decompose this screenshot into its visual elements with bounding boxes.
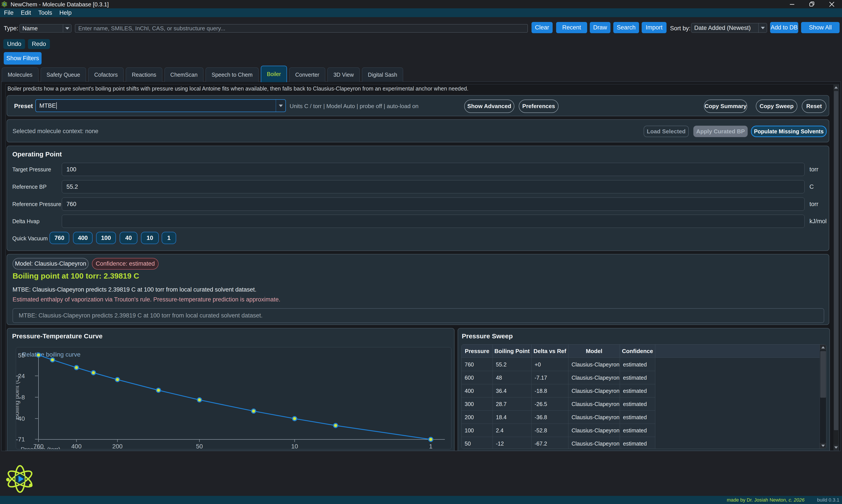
preferences-button[interactable]: Preferences <box>519 100 559 113</box>
quick-vacuum-760-button[interactable]: 760 <box>50 232 69 244</box>
tab-speech-to-chem[interactable]: Speech to Chem <box>206 68 258 82</box>
result-summary-box[interactable]: MTBE: Clausius-Clapeyron predicts 2.3981… <box>13 308 824 323</box>
recent-button[interactable]: Recent <box>556 22 587 33</box>
cell-delta-vs-ref[interactable]: -7.17 <box>532 371 568 384</box>
cell-delta-vs-ref[interactable]: -18.8 <box>532 384 568 397</box>
quick-vacuum-400-button[interactable]: 400 <box>73 232 92 244</box>
maximize-button[interactable] <box>805 0 819 8</box>
redo-button[interactable]: Redo <box>28 39 50 49</box>
quick-vacuum-1-button[interactable]: 1 <box>161 232 176 244</box>
cell-confidence[interactable]: estimated <box>620 371 655 384</box>
column-header-delta-vs-ref[interactable]: Delta vs Ref <box>532 344 568 358</box>
content-scroll-thumb[interactable] <box>834 91 838 430</box>
menu-item-tools[interactable]: Tools <box>38 8 52 17</box>
show-filters-button[interactable]: Show Filters <box>4 52 41 65</box>
add-to-db-button[interactable]: Add to DB <box>770 22 798 33</box>
tab-chemscan[interactable]: ChemScan <box>165 68 204 82</box>
cell-model[interactable]: Clausius-Clapeyron <box>568 358 620 371</box>
cell-boiling-point[interactable]: 28.7 <box>493 397 532 411</box>
column-header-pressure[interactable]: Pressure <box>462 344 493 358</box>
cell-boiling-point[interactable]: 55.2 <box>493 358 532 371</box>
cell-pressure[interactable]: 760 <box>462 358 493 371</box>
apply-curated-bp-button[interactable]: Apply Curated BP <box>693 126 748 137</box>
search-input[interactable] <box>75 24 528 33</box>
minimize-button[interactable] <box>786 0 799 8</box>
field-input-reference-bp[interactable] <box>62 180 805 193</box>
cell-confidence[interactable]: estimated <box>620 397 655 411</box>
menu-item-help[interactable]: Help <box>59 8 72 17</box>
copy-sweep-button[interactable]: Copy Sweep <box>756 100 797 113</box>
cell-pressure[interactable]: 100 <box>462 424 493 437</box>
table-scroll-up-icon[interactable] <box>820 344 826 350</box>
preset-combo[interactable]: MTBE <box>35 99 286 112</box>
sort-select[interactable]: Date Added (Newest) <box>691 23 767 33</box>
column-header-confidence[interactable]: Confidence <box>620 344 655 358</box>
cell-model[interactable]: Clausius-Clapeyron <box>568 384 620 397</box>
show-all-button[interactable]: Show All <box>801 22 840 33</box>
import-button[interactable]: Import <box>642 22 667 33</box>
tab-molecules[interactable]: Molecules <box>2 68 38 82</box>
clear-button[interactable]: Clear <box>532 22 553 33</box>
cell-model[interactable]: Clausius-Clapeyron <box>568 411 620 424</box>
cell-pressure[interactable]: 300 <box>462 397 493 411</box>
quick-vacuum-10-button[interactable]: 10 <box>141 232 159 244</box>
table-scroll-thumb[interactable] <box>820 351 826 398</box>
menu-item-file[interactable]: File <box>4 8 14 17</box>
tab-boiler[interactable]: Boiler <box>261 66 287 82</box>
type-select[interactable]: Name <box>19 24 71 33</box>
cell-boiling-point[interactable]: -12 <box>493 437 532 449</box>
cell-pressure[interactable]: 200 <box>462 411 493 424</box>
tab-3d-view[interactable]: 3D View <box>327 68 360 82</box>
tab-digital-sash[interactable]: Digital Sash <box>362 68 403 82</box>
cell-delta-vs-ref[interactable]: +0 <box>532 358 568 371</box>
field-input-delta-hvap[interactable] <box>62 215 805 228</box>
pressure-sweep-table: PressureBoiling PointDelta vs RefModelCo… <box>461 344 826 449</box>
show-advanced-button[interactable]: Show Advanced <box>464 100 514 113</box>
undo-button[interactable]: Undo <box>3 39 25 49</box>
quick-vacuum-100-button[interactable]: 100 <box>96 232 116 244</box>
cell-confidence[interactable]: estimated <box>620 437 655 449</box>
content-scrollbar[interactable] <box>834 85 839 450</box>
populate-missing-solvents-button[interactable]: Populate Missing Solvents <box>751 126 827 137</box>
tab-converter[interactable]: Converter <box>289 68 325 82</box>
cell-delta-vs-ref[interactable]: -52.8 <box>532 424 568 437</box>
tab-reactions[interactable]: Reactions <box>126 68 162 82</box>
cell-boiling-point[interactable]: 36.4 <box>493 384 532 397</box>
content-scroll-down-icon[interactable] <box>834 445 839 450</box>
reset-button[interactable]: Reset <box>802 100 826 113</box>
cell-boiling-point[interactable]: 48 <box>493 371 532 384</box>
draw-button[interactable]: Draw <box>590 22 611 33</box>
copy-summary-button[interactable]: Copy Summary <box>704 100 747 113</box>
cell-pressure[interactable]: 50 <box>462 437 493 449</box>
cell-delta-vs-ref[interactable]: -26.5 <box>532 397 568 411</box>
cell-model[interactable]: Clausius-Clapeyron <box>568 424 620 437</box>
cell-model[interactable]: Clausius-Clapeyron <box>568 371 620 384</box>
load-selected-button[interactable]: Load Selected <box>643 126 689 137</box>
cell-delta-vs-ref[interactable]: -36.8 <box>532 411 568 424</box>
column-header-model[interactable]: Model <box>568 344 620 358</box>
cell-confidence[interactable]: estimated <box>620 424 655 437</box>
field-input-reference-pressure[interactable] <box>62 198 805 211</box>
table-scroll-down-icon[interactable] <box>820 443 826 449</box>
cell-pressure[interactable]: 400 <box>462 384 493 397</box>
tab-cofactors[interactable]: Cofactors <box>88 68 124 82</box>
close-button[interactable] <box>825 0 838 8</box>
cell-pressure[interactable]: 600 <box>462 371 493 384</box>
cell-confidence[interactable]: estimated <box>620 358 655 371</box>
content-scroll-up-icon[interactable] <box>834 85 839 90</box>
quick-vacuum-40-button[interactable]: 40 <box>120 232 137 244</box>
cell-confidence[interactable]: estimated <box>620 411 655 424</box>
cell-confidence[interactable]: estimated <box>620 384 655 397</box>
cell-boiling-point[interactable]: 2.4 <box>493 424 532 437</box>
tab-safety-queue[interactable]: Safety Queue <box>41 68 86 82</box>
search-button[interactable]: Search <box>613 22 639 33</box>
column-header-boiling-point[interactable]: Boiling Point <box>493 344 532 358</box>
table-scrollbar[interactable] <box>820 344 826 449</box>
field-label-target-pressure: Target Pressure <box>12 163 51 176</box>
cell-delta-vs-ref[interactable]: -67.2 <box>532 437 568 449</box>
cell-model[interactable]: Clausius-Clapeyron <box>568 397 620 411</box>
menu-item-edit[interactable]: Edit <box>21 8 31 17</box>
cell-model[interactable]: Clausius-Clapeyron <box>568 437 620 449</box>
cell-boiling-point[interactable]: 18.4 <box>493 411 532 424</box>
field-input-target-pressure[interactable] <box>62 163 805 176</box>
